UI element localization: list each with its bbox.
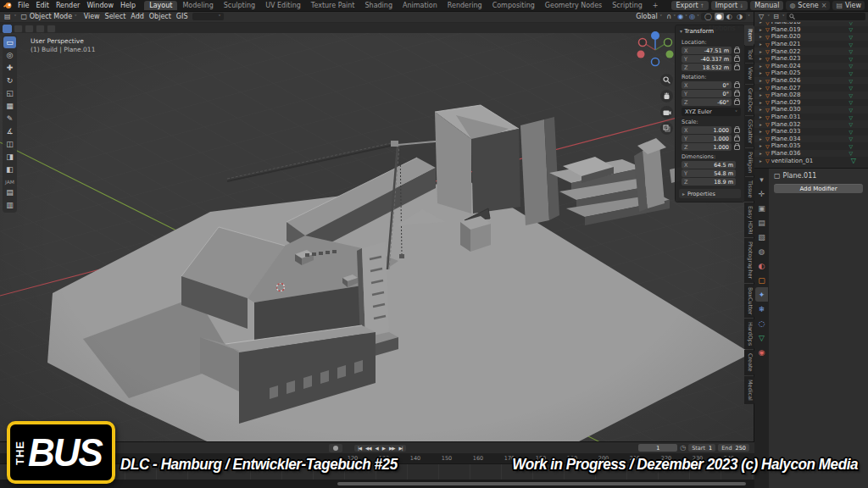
dimension-field[interactable]: Y54.8 m (682, 169, 736, 177)
workspace-tab[interactable]: Animation (398, 1, 442, 10)
menu-item[interactable]: Render (53, 2, 83, 9)
physics-tab[interactable]: ◌ (755, 316, 768, 330)
jump-to-end-button[interactable]: ▶| (398, 445, 404, 452)
view-layer-selector[interactable]: ▤ View (832, 1, 865, 10)
viewport-menu-item[interactable]: Add (128, 13, 147, 20)
scale-field[interactable]: Y1.000 (682, 135, 732, 142)
workspace-tab[interactable]: Geometry Nodes (540, 1, 607, 10)
location-field[interactable]: X-47.51 m (682, 47, 732, 54)
expand-icon[interactable]: ▸ (760, 70, 764, 75)
zoom-button[interactable] (660, 74, 673, 86)
workspace-tab[interactable]: Sculpting (219, 1, 260, 10)
viewport-menu-item[interactable]: GIS (174, 13, 191, 20)
sidebar-tab[interactable]: GScatter (744, 116, 754, 147)
viewport-menu-item[interactable]: Select (103, 13, 129, 20)
jam-section-label[interactable]: JAM (5, 179, 14, 185)
workspace-tab[interactable]: Rendering (442, 1, 487, 10)
Plane.020[interactable]: ▸ ▽ Plane.020 ▽ (754, 33, 868, 41)
Plane.032[interactable]: ▸ ▽ Plane.032 ▽ (754, 120, 868, 128)
view-layer-tab[interactable]: ▧ (755, 230, 768, 244)
blender-logo-icon[interactable] (3, 2, 13, 9)
Plane.025[interactable]: ▸ ▽ Plane.025 ▽ (754, 69, 868, 77)
location-field[interactable]: Y-40.337 m (682, 55, 732, 63)
jam-tool-2[interactable]: ▥ (3, 199, 16, 211)
lock-icon[interactable] (734, 57, 740, 62)
lock-icon[interactable] (734, 92, 740, 97)
play-reverse-button[interactable]: ◀ (374, 445, 380, 452)
lock-icon[interactable] (734, 100, 740, 105)
expand-icon[interactable]: ▸ (760, 122, 764, 127)
modifiers-tab[interactable]: ✦ (755, 287, 768, 302)
shading-rendered[interactable]: ◑ (735, 13, 744, 20)
rotation-field[interactable]: Z-60° (682, 98, 732, 106)
navigation-gizmo[interactable] (636, 28, 675, 70)
sidebar-tab[interactable]: HardOps (744, 319, 754, 349)
viewport-menu-item[interactable]: View (81, 13, 103, 20)
import-button[interactable]: Import↓ (711, 1, 748, 10)
rotation-mode-dropdown[interactable]: XYZ Euler˅ (682, 108, 741, 116)
select-mode-subtract[interactable] (25, 25, 34, 33)
expand-icon[interactable]: ▸ (760, 107, 764, 112)
prev-keyframe-button[interactable]: ◀◀ (364, 445, 372, 452)
jam-tool-1[interactable]: ▤ (3, 186, 16, 198)
expand-icon[interactable]: ▸ (760, 114, 764, 119)
sidebar-tab[interactable]: Poliigon (744, 148, 754, 176)
Plane.034[interactable]: ▸ ▽ Plane.034 ▽ (754, 136, 868, 143)
transform-panel-header[interactable]: ▾ Transform (676, 25, 744, 36)
expand-icon[interactable]: ▸ (760, 49, 764, 54)
select-mode-intersect[interactable] (47, 25, 56, 33)
workspace-tab[interactable]: Modeling (177, 1, 218, 10)
object-data-tab[interactable]: ▽ (755, 330, 768, 345)
expand-icon[interactable]: ▸ (760, 34, 764, 39)
output-tab[interactable]: ▤ (755, 215, 768, 230)
transform-tool[interactable]: ▦ (3, 100, 16, 112)
export-button[interactable]: Export↑ (671, 1, 708, 10)
Plane.031[interactable]: ▸ ▽ Plane.031 ▽ (754, 114, 868, 121)
rotation-field[interactable]: Y0° (682, 90, 732, 97)
mode-selector[interactable]: ▢ Object Mode ˅ (19, 13, 80, 20)
workspace-tab[interactable]: UV Editing (260, 1, 306, 10)
measure-tool[interactable]: ∡ (3, 125, 16, 137)
sidebar-tab[interactable]: GrabDoc (744, 85, 754, 115)
expand-icon[interactable]: ▸ (760, 78, 764, 83)
add-modifier-button[interactable]: Add Modifier (774, 184, 863, 193)
manual-button[interactable]: Manual (750, 1, 783, 10)
editor-type-icon[interactable]: ▾ (755, 172, 768, 186)
close-icon[interactable]: × (821, 2, 827, 9)
sidebar-tab[interactable]: View (744, 64, 754, 83)
annotate-tool[interactable]: ✎ (3, 113, 16, 125)
expand-icon[interactable]: ▸ (760, 158, 764, 164)
scene-selector[interactable]: ◍ Scene × (786, 1, 830, 10)
perspective-toggle-button[interactable] (660, 122, 673, 135)
Plane.036[interactable]: ▸ ▽ Plane.036 ▽ (754, 150, 868, 158)
Plane.023[interactable]: ▸ ▽ Plane.023 ▽ (754, 55, 868, 63)
scene-tab[interactable]: ◍ (755, 244, 768, 258)
location-field[interactable]: Z18.532 m (682, 64, 732, 71)
expand-icon[interactable]: ▸ (760, 143, 764, 148)
select-mode-new[interactable] (3, 25, 12, 33)
Plane.028[interactable]: ▸ ▽ Plane.028 ▽ (754, 92, 868, 99)
ventilation_01[interactable]: ▸ ▽ ventilation_01 ▽ (754, 157, 868, 164)
filter-icon[interactable]: ▽ (757, 13, 765, 20)
timeline-scrollbar[interactable] (337, 482, 746, 485)
lock-icon[interactable] (734, 145, 740, 150)
viewport-3d-canvas[interactable] (0, 33, 754, 488)
outliner[interactable]: ▸ ▽ Plane.018 ▽ ▸ ▽ Plane.019 ▽ ▸ (754, 22, 868, 168)
viewport-menu-item[interactable]: Object (147, 13, 174, 20)
menu-item[interactable]: Help (117, 2, 139, 9)
sidebar-tab[interactable]: Tissue (744, 177, 754, 201)
frame-start-field[interactable]: Start1 (688, 444, 715, 452)
collection-icon[interactable]: ⊟ (771, 13, 781, 20)
select-mode-invert[interactable] (36, 25, 45, 33)
expand-icon[interactable]: ▸ (760, 64, 764, 69)
select-mode-extend[interactable] (14, 25, 23, 33)
expand-icon[interactable]: ▸ (760, 27, 764, 32)
sidebar-tab[interactable]: BoxCutter (744, 284, 754, 319)
select-box-tool[interactable]: ▭ (3, 36, 16, 48)
scale-field[interactable]: Z1.000 (682, 143, 732, 151)
scale-tool[interactable]: ◱ (3, 87, 16, 99)
scale-field[interactable]: X1.000 (682, 126, 732, 134)
sidebar-tab[interactable]: Create (744, 350, 754, 375)
jump-to-start-button[interactable]: |◀ (356, 445, 363, 452)
move-view-button[interactable] (660, 90, 673, 103)
